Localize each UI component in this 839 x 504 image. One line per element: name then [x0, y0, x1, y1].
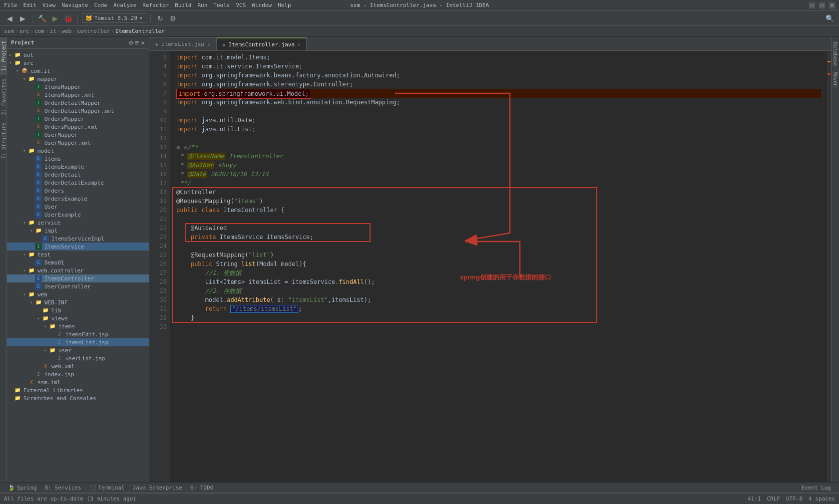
tree-item-OrderDetailMapper[interactable]: IOrderDetailMapper [7, 99, 149, 107]
layout-icon[interactable]: ≡ [135, 39, 139, 46]
todo-tab[interactable]: 6: TODO [186, 484, 217, 492]
menu-help[interactable]: Help [278, 2, 291, 8]
breadcrumb-web[interactable]: web [61, 28, 71, 34]
tree-item-ssm.iml[interactable]: Xssm.iml [7, 378, 149, 386]
tree-item-userList.jsp[interactable]: JuserList.jsp [7, 354, 149, 362]
project-tab[interactable]: 1: Project [0, 37, 6, 75]
tree-item-UserMapper.xml[interactable]: XUserMapper.xml [7, 139, 149, 147]
maximize-button[interactable]: □ [819, 2, 825, 8]
tree-item-itemsList.jsp[interactable]: JitemsList.jsp [7, 338, 149, 346]
breadcrumb-itemscontroller[interactable]: ItemsController [115, 28, 165, 34]
java-enterprise-tab[interactable]: Java Enterprise [129, 484, 186, 492]
tree-item-UserExample[interactable]: CUserExample [7, 211, 149, 219]
sync-button[interactable]: ↻ [155, 13, 166, 24]
structure-tab[interactable]: 7: Structure [0, 119, 6, 163]
tree-item-UserMapper[interactable]: IUserMapper [7, 131, 149, 139]
tree-item-ItemsServiceImpl[interactable]: CItemsServiceImpl [7, 235, 149, 243]
tree-item-out[interactable]: ▸📁out [7, 51, 149, 59]
debug-button[interactable]: 🐞 [62, 13, 73, 24]
minimize-button[interactable]: ─ [809, 2, 815, 8]
tab-itemslist-jsp[interactable]: ◈ itemsList.jsp ✕ [149, 37, 217, 50]
spring-tab[interactable]: 🍃 Spring [4, 484, 41, 492]
run-button[interactable]: ▶ [49, 13, 60, 24]
breadcrumb-it[interactable]: it [50, 28, 56, 34]
breadcrumb-controller[interactable]: controller [77, 28, 110, 34]
tree-item-UserController[interactable]: CUserController [7, 282, 149, 290]
tree-item-user[interactable]: ▾📁user [7, 346, 149, 354]
indent-indicator[interactable]: 4 spaces [809, 496, 835, 502]
tree-item-OrderDetailMapper.xml[interactable]: XOrderDetailMapper.xml [7, 107, 149, 115]
tree-item-index.jsp[interactable]: Jindex.jsp [7, 370, 149, 378]
tree-item-mapper[interactable]: ▾📁mapper [7, 75, 149, 83]
menu-view[interactable]: View [42, 2, 56, 8]
menu-analyze[interactable]: Analyze [113, 2, 136, 8]
tree-item-User[interactable]: CUser [7, 203, 149, 211]
tree-item-Demo01[interactable]: CDemo01 [7, 258, 149, 266]
build-button[interactable]: 🔨 [36, 13, 47, 24]
maven-tab[interactable]: Maven [832, 69, 839, 90]
tree-item-lib[interactable]: 📁lib [7, 306, 149, 314]
breadcrumb-com[interactable]: com [34, 28, 44, 34]
tree-item-OrderDetail[interactable]: COrderDetail [7, 171, 149, 179]
code-content[interactable]: import com.it.model.Items;import com.it.… [170, 51, 827, 482]
tree-item-OrdersExample[interactable]: COrdersExample [7, 195, 149, 203]
close-button[interactable]: ✕ [829, 2, 835, 8]
back-button[interactable]: ◀ [4, 13, 15, 24]
menu-run[interactable]: Run [197, 2, 207, 8]
tree-item-OrdersMapper.xml[interactable]: XOrdersMapper.xml [7, 123, 149, 131]
tree-item-model[interactable]: ▾📁model [7, 147, 149, 155]
tomcat-dropdown-icon[interactable]: ▾ [139, 15, 143, 21]
tab-close-button-active[interactable]: ✕ [298, 42, 300, 47]
tree-item-ScratchesConsoles[interactable]: 📁Scratches and Consoles [7, 394, 149, 402]
forward-button[interactable]: ▶ [17, 13, 28, 24]
settings-button[interactable]: ⚙ [168, 13, 179, 24]
tree-item-Items[interactable]: CItems [7, 155, 149, 163]
breadcrumb-src[interactable]: src [19, 28, 29, 34]
gear-icon[interactable]: ⚙ [129, 39, 133, 46]
close-icon[interactable]: ✕ [141, 39, 145, 46]
menu-tools[interactable]: Tools [213, 2, 230, 8]
tree-item-OrderDetailExample[interactable]: COrderDetailExample [7, 179, 149, 187]
menu-file[interactable]: File [4, 2, 17, 8]
menu-code[interactable]: Code [94, 2, 107, 8]
tree-item-ItemsService[interactable]: IItemsService [7, 243, 149, 251]
menu-refactor[interactable]: Refactor [142, 2, 169, 8]
tab-close-button[interactable]: ✕ [207, 42, 210, 47]
crlf-indicator[interactable]: CRLF [767, 496, 780, 502]
menu-window[interactable]: Window [252, 2, 272, 8]
terminal-tab[interactable]: ⬛ Terminal [85, 484, 129, 492]
tree-item-ItemsController[interactable]: CItemsController [7, 274, 149, 282]
tree-item-views[interactable]: ▾📁views [7, 314, 149, 322]
tree-item-ExternalLibraries[interactable]: 📁External Libraries [7, 386, 149, 394]
tree-item-itemsEdit.jsp[interactable]: JitemsEdit.jsp [7, 330, 149, 338]
tomcat-selector[interactable]: 🐱 Tomcat 8.5.29 ▾ [82, 13, 146, 23]
menu-edit[interactable]: Edit [23, 2, 37, 8]
tree-item-web.xml[interactable]: Xweb.xml [7, 362, 149, 370]
tree-item-Orders[interactable]: COrders [7, 187, 149, 195]
tree-item-OrdersMapper[interactable]: IOrdersMapper [7, 115, 149, 123]
event-log-tab[interactable]: Event Log [797, 484, 835, 492]
breadcrumb-ssm[interactable]: ssm [4, 28, 14, 34]
services-tab[interactable]: 8: Services [41, 484, 85, 492]
database-tab[interactable]: Database [832, 39, 839, 69]
tree-item-service[interactable]: ▾📁service [7, 219, 149, 227]
code-editor[interactable]: 3456789101112131415161718192021222324252… [149, 51, 831, 482]
tree-item-items[interactable]: ▾📁items [7, 322, 149, 330]
menu-vcs[interactable]: VCS [236, 2, 246, 8]
window-controls[interactable]: ─ □ ✕ [809, 2, 835, 8]
favorites-tab[interactable]: 2: Favorites [0, 75, 6, 119]
tree-item-web.controller[interactable]: ▾📁web.controller [7, 266, 149, 274]
search-button[interactable]: 🔍 [824, 13, 835, 24]
tree-item-ItemsExample[interactable]: CItemsExample [7, 163, 149, 171]
tree-item-WEB-INF[interactable]: ▾📁WEB-INF [7, 298, 149, 306]
tree-item-impl[interactable]: ▾📁impl [7, 227, 149, 235]
tree-item-comit[interactable]: ▾📦com.it [7, 67, 149, 75]
tree-item-web[interactable]: ▾📁web [7, 290, 149, 298]
tree-item-src[interactable]: ▾📁src [7, 59, 149, 67]
tab-itemscontroller-java[interactable]: ◈ ItemsController.java ✕ [217, 37, 307, 50]
encoding-indicator[interactable]: UTF-8 [786, 496, 803, 502]
tree-item-ItemsMapper.xml[interactable]: XItemsMapper.xml [7, 91, 149, 99]
menu-navigate[interactable]: Navigate [62, 2, 88, 8]
menu-build[interactable]: Build [175, 2, 191, 8]
tree-item-ItemsMapper[interactable]: IItemsMapper [7, 83, 149, 91]
